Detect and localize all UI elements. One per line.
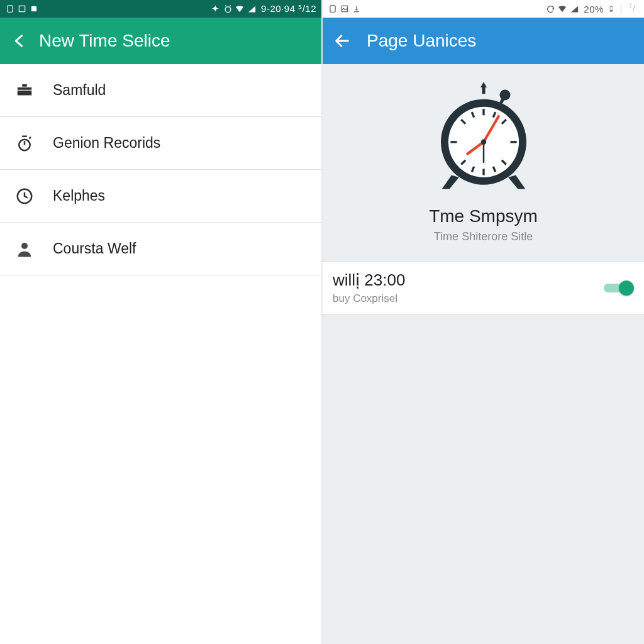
sync-icon: [545, 4, 555, 14]
square-icon: [17, 4, 27, 14]
svg-rect-10: [611, 6, 612, 7]
alarm-status-icon: [223, 4, 233, 14]
back-button[interactable]: [331, 32, 353, 50]
list-item-label: Samfuld: [53, 82, 106, 99]
appbar-left: New Time Selice: [0, 18, 321, 64]
list-item-coursta-welf[interactable]: Coursta Welf: [0, 223, 321, 275]
setting-secondary: buy Coxprisel: [333, 292, 604, 305]
tablet-icon: [5, 4, 15, 14]
svg-point-33: [480, 140, 486, 145]
screen-left: ✦ 9-20·94 ⁵/12 New Time Selice Samfuld: [0, 0, 323, 644]
page-title: Page Uanices: [367, 31, 476, 51]
setting-row[interactable]: willị 23:00 buy Coxprisel: [323, 261, 644, 314]
svg-rect-11: [610, 10, 612, 11]
svg-rect-1: [19, 6, 25, 11]
toggle-switch[interactable]: [604, 280, 633, 296]
svg-rect-7: [330, 6, 335, 13]
status-extra: ⎸⁷/˙: [621, 3, 639, 14]
setting-primary: willị 23:00: [333, 270, 604, 290]
battery-text: 20%: [584, 4, 604, 14]
list-item-label: Genion Recorids: [53, 135, 160, 152]
signal-icon: [247, 4, 257, 14]
person-icon: [14, 238, 35, 260]
page-title: New Time Selice: [39, 31, 170, 51]
wifi-icon: [235, 4, 245, 14]
svg-point-6: [21, 243, 28, 249]
list: Samfuld Genion Recorids Kelphes Coursta …: [0, 64, 321, 275]
svg-rect-0: [8, 6, 13, 13]
signal-icon: [569, 4, 579, 14]
setting-text: willị 23:00 buy Coxprisel: [333, 270, 604, 305]
hero-title: Tme Smpsym: [429, 206, 538, 226]
list-item-genion-recorids[interactable]: Genion Recorids: [0, 117, 321, 170]
square-filled-icon: [29, 4, 39, 14]
tablet-icon: [328, 4, 338, 14]
list-item-label: Coursta Welf: [53, 240, 136, 257]
svg-rect-2: [31, 6, 36, 11]
screen-right: 20% ⎸⁷/˙ Page Uanices: [323, 0, 644, 644]
status-time: 9-20·94 ⁵/12: [261, 3, 316, 14]
statusbar-right: 20% ⎸⁷/˙: [323, 0, 644, 18]
hero-panel: Tme Smpsym Time Shiterore Sitle: [323, 64, 644, 261]
download-icon: [352, 4, 362, 14]
svg-point-3: [225, 6, 231, 12]
svg-rect-13: [482, 86, 485, 94]
alarm-clock-icon: [430, 78, 537, 197]
svg-rect-8: [341, 6, 347, 11]
list-item-kelphes[interactable]: Kelphes: [0, 170, 321, 223]
briefcase-icon: [14, 80, 35, 101]
statusbar-left: ✦ 9-20·94 ⁵/12: [0, 0, 321, 18]
stopwatch-icon: [14, 133, 35, 154]
clock-icon: [14, 186, 35, 207]
wifi-icon: [557, 4, 567, 14]
list-item-label: Kelphes: [53, 187, 105, 204]
back-button[interactable]: [9, 32, 30, 50]
battery-icon: [606, 4, 616, 14]
list-item-samfuld[interactable]: Samfuld: [0, 64, 321, 117]
appbar-right: Page Uanices: [323, 18, 644, 64]
image-icon: [340, 4, 350, 14]
hero-subtitle: Time Shiterore Sitle: [434, 230, 533, 243]
sparkle-icon: ✦: [211, 4, 221, 14]
